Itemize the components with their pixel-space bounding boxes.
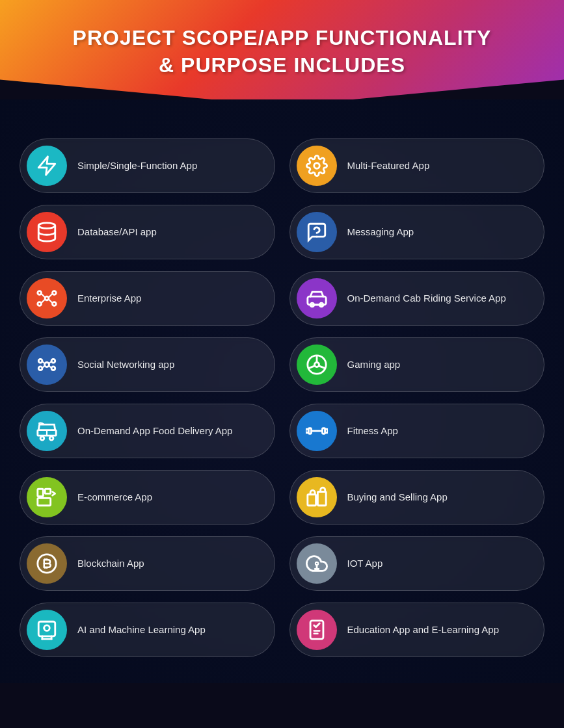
svg-point-7: [53, 302, 57, 306]
svg-point-19: [38, 367, 42, 370]
svg-rect-39: [38, 489, 44, 496]
svg-line-8: [42, 294, 46, 298]
social-nodes-icon: [27, 344, 67, 385]
lightning-icon: [27, 146, 67, 186]
svg-point-5: [53, 291, 57, 295]
card-label-ecommerce: E-commerce App: [77, 491, 152, 504]
svg-line-22: [49, 361, 51, 364]
card-label-social-networking: Social Networking app: [77, 358, 174, 371]
svg-rect-40: [45, 489, 51, 493]
card-label-multi-featured: Multi-Featured App: [347, 159, 430, 172]
svg-point-20: [51, 367, 55, 370]
svg-rect-38: [325, 429, 327, 433]
network-nodes-icon: [27, 278, 67, 318]
card-gaming[interactable]: Gaming app: [289, 337, 545, 392]
card-cab-riding[interactable]: On-Demand Cab Riding Service App: [289, 271, 545, 326]
content-area: Simple/Single-Function AppMulti-Featured…: [0, 99, 564, 683]
card-label-enterprise: Enterprise App: [77, 292, 141, 305]
svg-rect-43: [317, 492, 326, 506]
svg-point-33: [49, 437, 53, 441]
message-question-icon: [297, 212, 337, 252]
svg-point-18: [51, 359, 55, 363]
card-buying-selling[interactable]: Buying and Selling App: [289, 470, 545, 525]
svg-point-26: [314, 363, 319, 367]
card-ecommerce[interactable]: E-commerce App: [20, 470, 275, 525]
svg-line-28: [319, 366, 325, 369]
svg-line-11: [49, 300, 53, 304]
ai-gear-icon: [27, 610, 67, 650]
card-label-education: Education App and E-Learning App: [347, 623, 500, 636]
card-enterprise[interactable]: Enterprise App: [20, 271, 275, 326]
card-label-cab-riding: On-Demand Cab Riding Service App: [347, 292, 506, 305]
card-blockchain[interactable]: Blockchain App: [20, 536, 275, 591]
card-database-api[interactable]: Database/API app: [20, 205, 275, 259]
card-label-simple-app: Simple/Single-Function App: [77, 159, 197, 172]
svg-line-23: [42, 366, 45, 369]
card-food-delivery[interactable]: On-Demand App Food Delivery App: [20, 404, 275, 458]
svg-line-29: [308, 366, 314, 369]
settings-gear-icon: [297, 146, 337, 186]
apps-grid: Simple/Single-Function AppMulti-Featured…: [20, 138, 544, 657]
card-multi-featured[interactable]: Multi-Featured App: [289, 138, 545, 193]
food-delivery-icon: [27, 411, 67, 451]
card-label-messaging: Messaging App: [347, 226, 414, 239]
svg-point-3: [45, 296, 49, 300]
card-label-blockchain: Blockchain App: [77, 557, 144, 570]
svg-rect-59: [310, 621, 323, 639]
header: PROJECT SCOPE/APP FUNCTIONALITY & PURPOS…: [0, 0, 564, 106]
card-label-buying-selling: Buying and Selling App: [347, 491, 448, 504]
card-fitness[interactable]: Fitness App: [289, 404, 545, 458]
bitcoin-icon: [27, 543, 67, 584]
iot-cloud-icon: [297, 543, 337, 584]
card-messaging[interactable]: Messaging App: [289, 205, 545, 259]
svg-point-0: [314, 163, 319, 169]
card-education[interactable]: Education App and E-Learning App: [289, 603, 545, 657]
steering-wheel-icon: [297, 344, 337, 385]
svg-point-32: [40, 437, 44, 441]
shopping-bags-icon: [297, 477, 337, 517]
svg-point-52: [315, 562, 317, 565]
svg-line-21: [42, 361, 45, 364]
card-label-food-delivery: On-Demand App Food Delivery App: [77, 424, 232, 437]
svg-point-6: [38, 302, 42, 306]
svg-rect-42: [307, 495, 316, 506]
ecommerce-icon: [27, 477, 67, 517]
card-label-fitness: Fitness App: [347, 424, 398, 437]
card-iot[interactable]: IOT App: [289, 536, 545, 591]
svg-point-4: [38, 291, 42, 295]
header-title: PROJECT SCOPE/APP FUNCTIONALITY & PURPOS…: [39, 25, 525, 79]
card-simple-app[interactable]: Simple/Single-Function App: [20, 138, 275, 193]
database-icon: [27, 212, 67, 252]
card-ai-ml[interactable]: AI and Machine Learning App: [20, 603, 275, 657]
svg-point-17: [38, 359, 42, 363]
card-label-database-api: Database/API app: [77, 226, 157, 239]
dumbbell-icon: [297, 411, 337, 451]
education-tablet-icon: [297, 610, 337, 650]
svg-line-24: [49, 366, 51, 369]
card-label-gaming: Gaming app: [347, 358, 401, 371]
card-label-ai-ml: AI and Machine Learning App: [77, 623, 206, 636]
svg-rect-36: [306, 429, 308, 433]
svg-line-9: [49, 294, 53, 298]
svg-point-1: [38, 223, 55, 229]
svg-rect-53: [38, 621, 55, 636]
card-social-networking[interactable]: Social Networking app: [20, 337, 275, 392]
svg-line-10: [42, 300, 46, 304]
car-icon: [297, 278, 337, 318]
svg-rect-41: [38, 499, 51, 506]
card-label-iot: IOT App: [347, 557, 383, 570]
